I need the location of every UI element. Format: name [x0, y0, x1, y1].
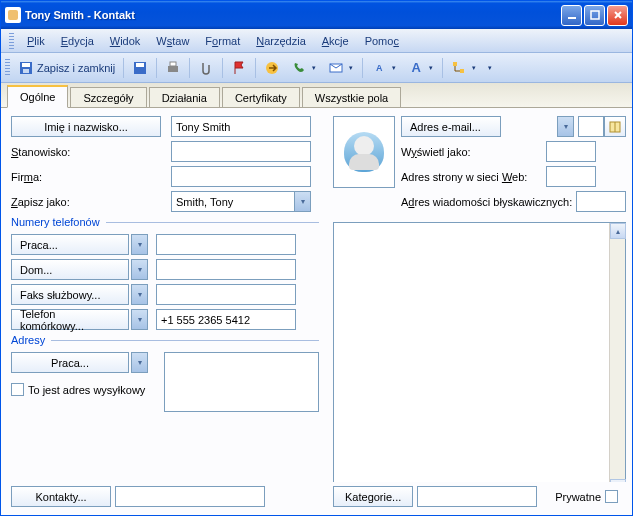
email-input[interactable] — [578, 116, 604, 137]
file-as-dropdown[interactable]: ▾ — [294, 191, 311, 212]
menu-actions[interactable]: Akcje — [315, 32, 356, 50]
job-title-input[interactable] — [171, 141, 311, 162]
web-input[interactable] — [546, 166, 596, 187]
paperclip-icon — [198, 60, 214, 76]
company-label: Firma: — [11, 171, 171, 183]
notes-textarea[interactable]: ▴ ▾ — [333, 222, 626, 482]
contact-window: Tony Smith - Kontakt Plik Edycja Widok W… — [0, 0, 633, 516]
full-name-button[interactable]: Imię i nazwisko... — [11, 116, 161, 137]
menu-insert[interactable]: Wstaw — [149, 32, 196, 50]
phone-work-input[interactable] — [156, 234, 296, 255]
save-button[interactable] — [127, 57, 153, 79]
addresses-section-label: Adresy — [11, 334, 319, 346]
new-mail-button[interactable]: ▾ — [323, 57, 359, 79]
tab-content-general: Imię i nazwisko... Tony Smith Stanowisko… — [1, 107, 632, 482]
phone-work-dropdown[interactable]: ▾ — [131, 234, 148, 255]
scrollbar[interactable]: ▴ ▾ — [609, 223, 625, 482]
menubar: Plik Edycja Widok Wstaw Format Narzędzia… — [1, 29, 632, 53]
followup-button[interactable] — [259, 57, 285, 79]
email-dropdown[interactable]: ▾ — [557, 116, 574, 137]
address-work-button[interactable]: Praca... — [11, 352, 129, 373]
private-checkbox[interactable] — [605, 490, 618, 503]
window-title: Tony Smith - Kontakt — [25, 9, 561, 21]
email-button[interactable]: Adres e-mail... — [401, 116, 501, 137]
footer: Kontakty... Kategorie... Prywatne — [1, 482, 632, 515]
menu-grip-icon — [9, 33, 14, 49]
menu-format[interactable]: Format — [198, 32, 247, 50]
menu-tools[interactable]: Narzędzia — [249, 32, 313, 50]
job-title-label: Stanowisko: — [11, 146, 171, 158]
font-large-button[interactable]: A▾ — [403, 57, 439, 79]
menu-edit[interactable]: Edycja — [54, 32, 101, 50]
web-label: Adres strony w sieci Web: — [401, 171, 546, 183]
save-close-button[interactable]: Zapisz i zamknij — [13, 57, 120, 79]
address-work-dropdown[interactable]: ▾ — [131, 352, 148, 373]
flag-icon — [231, 60, 247, 76]
address-book-button[interactable] — [604, 116, 626, 137]
disk-icon — [132, 60, 148, 76]
phone-fax-dropdown[interactable]: ▾ — [131, 284, 148, 305]
contact-photo[interactable] — [333, 116, 395, 188]
tab-general[interactable]: Ogólne — [7, 85, 68, 108]
mailing-address-checkbox[interactable] — [11, 383, 24, 396]
im-input[interactable] — [576, 191, 626, 212]
display-as-input[interactable] — [546, 141, 596, 162]
minimize-button[interactable] — [561, 5, 582, 26]
toolbar-grip-icon — [5, 59, 10, 77]
phone-mobile-input[interactable]: +1 555 2365 5412 — [156, 309, 296, 330]
categories-button[interactable]: Kategorie... — [333, 486, 413, 507]
avatar-icon — [344, 132, 384, 172]
company-input[interactable] — [171, 166, 311, 187]
close-button[interactable] — [607, 5, 628, 26]
tab-allfields[interactable]: Wszystkie pola — [302, 87, 401, 108]
phones-section-label: Numery telefonów — [11, 216, 319, 228]
menu-view[interactable]: Widok — [103, 32, 148, 50]
titlebar: Tony Smith - Kontakt — [1, 1, 632, 29]
save-close-label: Zapisz i zamknij — [37, 62, 115, 74]
book-icon — [608, 120, 622, 134]
scroll-down-button[interactable]: ▾ — [610, 479, 626, 482]
categories-input[interactable] — [417, 486, 537, 507]
print-button[interactable] — [160, 57, 186, 79]
svg-rect-0 — [568, 17, 576, 19]
phone-mobile-button[interactable]: Telefon komórkowy... — [11, 309, 129, 330]
contacts-input[interactable] — [115, 486, 265, 507]
phone-fax-input[interactable] — [156, 284, 296, 305]
phone-work-button[interactable]: Praca... — [11, 234, 129, 255]
font-small-icon: A — [371, 60, 387, 76]
full-name-input[interactable]: Tony Smith — [171, 116, 311, 137]
tab-certificates[interactable]: Certyfikaty — [222, 87, 300, 108]
tab-activities[interactable]: Działania — [149, 87, 220, 108]
menu-help[interactable]: Pomoc — [358, 32, 406, 50]
phone-home-button[interactable]: Dom... — [11, 259, 129, 280]
svg-rect-10 — [170, 62, 176, 66]
mailing-address-label: To jest adres wysyłkowy — [28, 384, 145, 396]
autodialer-button[interactable]: ▾ — [286, 57, 322, 79]
menu-file[interactable]: Plik — [20, 32, 52, 50]
svg-rect-5 — [22, 63, 30, 67]
phone-home-input[interactable] — [156, 259, 296, 280]
svg-rect-13 — [453, 62, 457, 66]
toolbar: Zapisz i zamknij ▾ ▾ A▾ A▾ ▾ ▾ — [1, 53, 632, 83]
address-textarea[interactable] — [164, 352, 319, 412]
printer-icon — [165, 60, 181, 76]
file-as-input[interactable]: Smith, Tony — [171, 191, 294, 212]
maximize-button[interactable] — [584, 5, 605, 26]
phone-icon — [291, 60, 307, 76]
phone-home-dropdown[interactable]: ▾ — [131, 259, 148, 280]
svg-rect-8 — [136, 63, 144, 67]
phone-mobile-dropdown[interactable]: ▾ — [131, 309, 148, 330]
phone-fax-button[interactable]: Faks służbowy... — [11, 284, 129, 305]
attach-button[interactable] — [193, 57, 219, 79]
font-small-button[interactable]: A▾ — [366, 57, 402, 79]
contacts-button[interactable]: Kontakty... — [11, 486, 111, 507]
flag-button[interactable] — [226, 57, 252, 79]
tab-details[interactable]: Szczegóły — [70, 87, 146, 108]
scroll-up-button[interactable]: ▴ — [610, 223, 626, 239]
file-as-label: Zapisz jako: — [11, 196, 171, 208]
arrow-icon — [264, 60, 280, 76]
tree-icon — [451, 60, 467, 76]
toolbar-overflow[interactable]: ▾ — [483, 64, 497, 72]
tree-button[interactable]: ▾ — [446, 57, 482, 79]
svg-rect-1 — [591, 11, 599, 19]
